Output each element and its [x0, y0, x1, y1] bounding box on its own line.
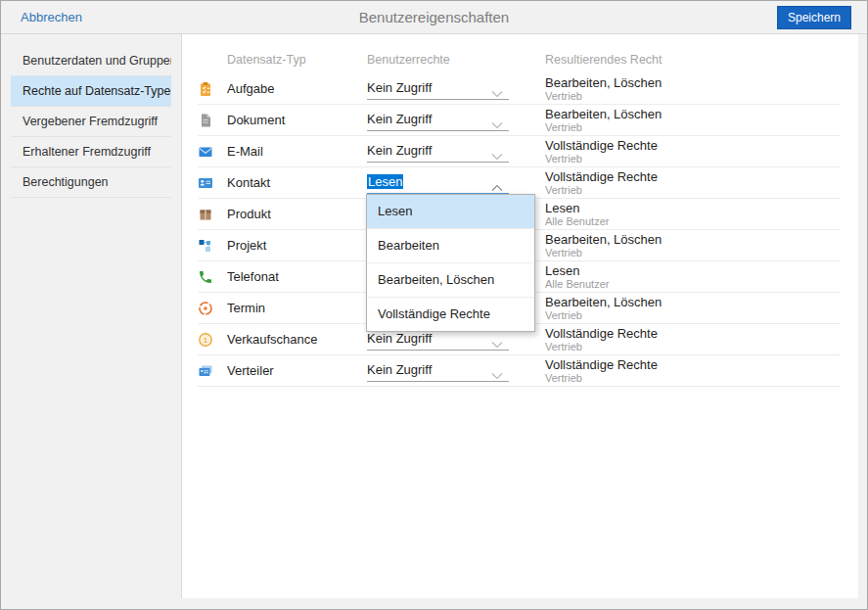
resulting-right-value: Bearbeiten, Löschen	[545, 75, 662, 90]
task-icon	[198, 81, 213, 97]
sidebar-item-4[interactable]: Erhaltener Fremdzugriff	[11, 137, 171, 167]
chevron-down-icon	[491, 366, 503, 374]
dropdown-selected-text: Lesen	[367, 174, 403, 189]
dropdown-option[interactable]: Bearbeiten	[367, 229, 534, 263]
dropdown-underline	[367, 130, 509, 131]
dropdown-value: Kein Zugriff	[367, 143, 432, 158]
record-type-label: Telefonat	[227, 261, 279, 293]
resulting-right-value: Vollständige Rechte	[545, 169, 658, 184]
chevron-down-icon	[491, 84, 503, 92]
record-type-label: Dokument	[227, 105, 285, 136]
record-type-label: Aufgabe	[227, 73, 274, 105]
resulting-right-source: Vertrieb	[545, 341, 658, 353]
resulting-right-cell: Bearbeiten, LöschenVertrieb	[545, 295, 662, 322]
dropdown-value: Kein Zugriff	[367, 80, 432, 95]
page-title: Benutzereigenschaften	[1, 9, 867, 25]
user-rights-dropdown[interactable]: Kein Zugriff	[367, 355, 509, 387]
resulting-right-source: Vertrieb	[545, 121, 662, 134]
dropdown-option[interactable]: Lesen	[367, 195, 534, 229]
email-icon	[198, 144, 213, 160]
opportunity-icon: 1	[198, 332, 213, 348]
resulting-right-source: Vertrieb	[545, 90, 662, 103]
column-header-record-type: Datensatz-Typ	[227, 53, 306, 67]
resulting-right-cell: Vollständige RechteVertrieb	[545, 357, 658, 385]
resulting-right-source: Vertrieb	[545, 372, 658, 385]
chevron-down-icon	[491, 335, 503, 343]
record-type-label: Produkt	[227, 199, 271, 230]
column-header-user-rights: Benutzerrechte	[367, 53, 450, 67]
record-type-label: Projekt	[227, 230, 266, 261]
record-type-label: Kontakt	[227, 167, 270, 199]
save-button[interactable]: Speichern	[777, 6, 851, 29]
record-type-label: E-Mail	[227, 136, 263, 167]
dropdown-underline	[367, 381, 509, 382]
document-icon	[198, 113, 213, 128]
chevron-up-icon	[491, 178, 503, 186]
resulting-right-cell: LesenAlle Benutzer	[545, 263, 609, 291]
record-type-label: Verkaufschance	[227, 324, 318, 355]
resulting-right-source: Vertrieb	[545, 309, 662, 322]
sidebar-item-5[interactable]: Berechtigungen	[11, 167, 171, 198]
table-row: AufgabeKein ZugriffBearbeiten, LöschenVe…	[182, 73, 858, 105]
dropdown-value: Lesen	[367, 174, 403, 189]
cancel-button[interactable]: Abbrechen	[21, 10, 82, 24]
table-row: E-MailKein ZugriffVollständige RechteVer…	[182, 136, 858, 167]
dropdown-value: Kein Zugriff	[367, 112, 432, 126]
resulting-right-value: Vollständige Rechte	[545, 326, 658, 341]
dropdown-underline	[367, 99, 509, 100]
svg-text:1: 1	[204, 336, 208, 345]
resulting-right-value: Bearbeiten, Löschen	[545, 107, 662, 121]
resulting-right-cell: Bearbeiten, LöschenVertrieb	[545, 232, 662, 259]
resulting-right-cell: Bearbeiten, LöschenVertrieb	[545, 75, 662, 103]
resulting-right-value: Bearbeiten, Löschen	[545, 232, 662, 247]
resulting-right-value: Vollständige Rechte	[545, 357, 658, 372]
resulting-right-source: Alle Benutzer	[545, 278, 609, 291]
resulting-right-value: Bearbeiten, Löschen	[545, 295, 662, 309]
user-rights-dropdown-menu: LesenBearbeitenBearbeiten, LöschenVollst…	[366, 194, 535, 332]
resulting-right-source: Alle Benutzer	[545, 215, 609, 228]
resulting-right-source: Vertrieb	[545, 184, 658, 197]
sidebar-item-2[interactable]: Rechte auf Datensatz-Typen	[11, 76, 171, 107]
table-row: DokumentKein ZugriffBearbeiten, LöschenV…	[182, 105, 858, 136]
distribution-icon	[198, 363, 213, 379]
dropdown-underline	[367, 162, 509, 163]
row-separator	[198, 386, 841, 387]
dropdown-underline	[367, 350, 509, 351]
chevron-down-icon	[491, 147, 503, 155]
user-rights-dropdown[interactable]: Kein Zugriff	[367, 73, 509, 105]
record-type-label: Verteiler	[227, 355, 274, 387]
record-type-label: Termin	[227, 293, 265, 324]
dropdown-value: Kein Zugriff	[367, 331, 432, 346]
user-properties-dialog: Abbrechen Benutzereigenschaften Speicher…	[0, 0, 868, 610]
dropdown-value: Kein Zugriff	[367, 362, 432, 377]
resulting-right-cell: Vollständige RechteVertrieb	[545, 138, 658, 165]
column-header-resulting-right: Resultierendes Recht	[545, 53, 662, 67]
appointment-icon	[198, 301, 213, 316]
resulting-right-cell: Vollständige RechteVertrieb	[545, 169, 658, 197]
dialog-header: Abbrechen Benutzereigenschaften Speicher…	[1, 1, 867, 34]
contact-icon	[198, 175, 213, 191]
resulting-right-cell: LesenAlle Benutzer	[545, 201, 609, 228]
resulting-right-cell: Vollständige RechteVertrieb	[545, 326, 658, 353]
dropdown-option[interactable]: Vollständige Rechte	[367, 298, 534, 331]
resulting-right-value: Vollständige Rechte	[545, 138, 658, 153]
user-rights-dropdown[interactable]: Kein Zugriff	[367, 136, 509, 167]
sidebar-item-3[interactable]: Vergebener Fremdzugriff	[11, 107, 171, 137]
phone-icon	[198, 269, 213, 285]
product-icon	[198, 207, 213, 222]
project-icon	[198, 238, 213, 254]
chevron-down-icon	[491, 116, 503, 123]
table-header: Datensatz-Typ Benutzerrechte Resultieren…	[182, 34, 858, 73]
sidebar-item-1[interactable]: Benutzerdaten und Gruppen	[11, 46, 171, 76]
resulting-right-source: Vertrieb	[545, 247, 662, 259]
table-row: VerteilerKein ZugriffVollständige Rechte…	[182, 355, 858, 387]
resulting-right-value: Lesen	[545, 201, 609, 215]
dropdown-option[interactable]: Bearbeiten, Löschen	[367, 263, 534, 298]
user-rights-dropdown[interactable]: Kein Zugriff	[367, 105, 509, 136]
resulting-right-value: Lesen	[545, 263, 609, 278]
resulting-right-source: Vertrieb	[545, 153, 658, 165]
resulting-right-cell: Bearbeiten, LöschenVertrieb	[545, 107, 662, 134]
sidebar: Benutzerdaten und GruppenRechte auf Date…	[1, 34, 181, 609]
